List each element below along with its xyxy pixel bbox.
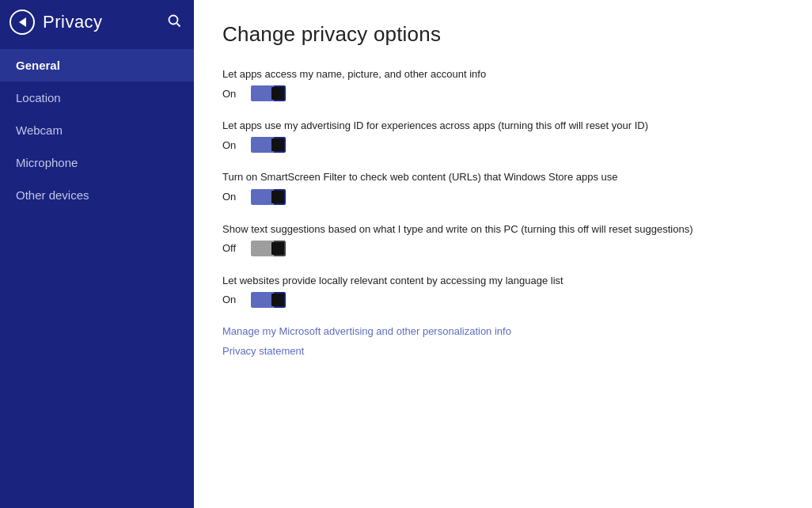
sidebar-item-other-devices[interactable]: Other devices — [0, 179, 194, 211]
toggle-thumb-account-info — [271, 87, 284, 100]
toggle-row-account-info: On — [222, 85, 784, 101]
sidebar-item-webcam[interactable]: Webcam — [0, 114, 194, 146]
setting-text-suggestions: Show text suggestions based on what I ty… — [222, 222, 784, 256]
sidebar-header: Privacy — [0, 0, 194, 44]
toggle-switch-advertising-id[interactable] — [251, 137, 286, 153]
page-title: Change privacy options — [222, 22, 784, 47]
toggle-status-smartscreen: On — [222, 191, 243, 203]
toggle-row-language-list: On — [222, 292, 784, 308]
search-icon[interactable] — [167, 13, 181, 31]
toggle-switch-language-list[interactable] — [251, 292, 286, 308]
sidebar-item-location[interactable]: Location — [0, 82, 194, 114]
setting-label-account-info: Let apps access my name, picture, and ot… — [222, 67, 761, 82]
toggle-switch-account-info[interactable] — [251, 85, 286, 101]
link-privacy-statement[interactable]: Privacy statement — [222, 345, 784, 357]
svg-line-2 — [177, 24, 180, 27]
setting-smartscreen: Turn on SmartScreen Filter to check web … — [222, 170, 784, 204]
toggle-thumb-smartscreen — [271, 191, 284, 203]
link-section: Manage my Microsoft advertising and othe… — [222, 325, 784, 357]
setting-label-advertising-id: Let apps use my advertising ID for exper… — [222, 119, 761, 133]
sidebar-title: Privacy — [43, 12, 103, 32]
settings-list: Let apps access my name, picture, and ot… — [222, 67, 784, 308]
svg-point-1 — [169, 16, 178, 25]
toggle-status-account-info: On — [222, 88, 243, 100]
toggle-switch-text-suggestions[interactable] — [251, 241, 286, 256]
toggle-thumb-text-suggestions — [271, 242, 284, 255]
sidebar-item-microphone[interactable]: Microphone — [0, 146, 194, 179]
toggle-row-text-suggestions: Off — [222, 241, 784, 256]
setting-advertising-id: Let apps use my advertising ID for exper… — [222, 119, 784, 153]
sidebar-item-general[interactable]: General — [0, 49, 194, 82]
toggle-switch-smartscreen[interactable] — [251, 189, 286, 205]
setting-language-list: Let websites provide locally relevant co… — [222, 274, 784, 308]
link-manage-advertising[interactable]: Manage my Microsoft advertising and othe… — [222, 325, 784, 337]
setting-label-smartscreen: Turn on SmartScreen Filter to check web … — [222, 170, 761, 184]
toggle-thumb-advertising-id — [271, 138, 284, 151]
main-content: Change privacy options Let apps access m… — [194, 0, 812, 508]
sidebar: Privacy GeneralLocationWebcamMicrophoneO… — [0, 0, 194, 508]
toggle-status-text-suggestions: Off — [222, 242, 243, 254]
toggle-status-advertising-id: On — [222, 139, 243, 151]
toggle-row-smartscreen: On — [222, 189, 784, 205]
sidebar-nav: GeneralLocationWebcamMicrophoneOther dev… — [0, 49, 194, 211]
setting-account-info: Let apps access my name, picture, and ot… — [222, 67, 784, 101]
toggle-row-advertising-id: On — [222, 137, 784, 153]
setting-label-language-list: Let websites provide locally relevant co… — [222, 274, 761, 288]
svg-marker-0 — [19, 17, 26, 27]
back-button[interactable] — [9, 9, 35, 35]
toggle-status-language-list: On — [222, 294, 243, 305]
setting-label-text-suggestions: Show text suggestions based on what I ty… — [222, 222, 761, 237]
toggle-thumb-language-list — [271, 294, 284, 306]
